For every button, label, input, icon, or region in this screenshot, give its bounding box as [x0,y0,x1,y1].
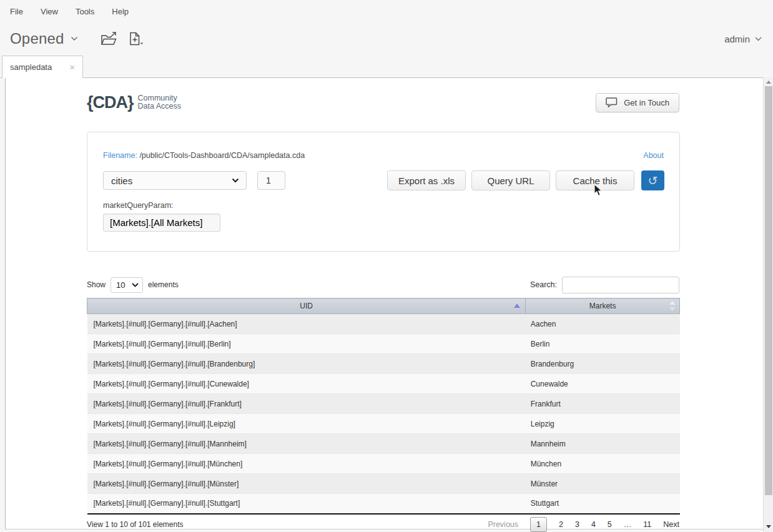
table-row: [Markets].[#null].[Germany].[#null].[Cun… [87,374,680,394]
column-header-uid[interactable]: UID [87,298,526,314]
menu-item-tools[interactable]: Tools [76,7,94,16]
cell-market: Mannheim [526,434,680,454]
table-row: [Markets].[#null].[Germany].[#null].[Lei… [87,414,680,434]
sort-up-icon [669,301,676,305]
about-link[interactable]: About [643,151,664,160]
chevron-down-icon [755,37,762,41]
pagination-page-4[interactable]: 4 [591,520,596,529]
get-in-touch-label: Get in Touch [624,98,669,107]
refresh-icon: ↺ [648,174,658,187]
tab-label: sampledata [10,62,52,72]
show-label: Show [87,280,106,289]
scrollbar-thumb[interactable] [765,86,772,495]
page-length-select[interactable]: 10 [111,277,143,293]
table-info: View 1 to 10 of 101 elements [87,520,184,529]
scroll-up-icon[interactable] [766,81,771,84]
logo-tagline-2: Data Access [138,102,181,111]
table-row: [Markets].[#null].[Germany].[#null].[Fra… [87,394,680,414]
opened-label: Opened [10,30,64,47]
vertical-scrollbar [763,77,773,532]
pagination-page-11[interactable]: 11 [643,520,651,529]
export-xls-button[interactable]: Export as .xls [387,170,466,190]
cell-uid: [Markets].[#null].[Germany].[#null].[Stu… [87,494,526,514]
cell-uid: [Markets].[#null].[Germany].[#null].[Fra… [87,394,526,414]
table-row: [Markets].[#null].[Germany].[#null].[Man… [87,434,680,454]
filename-value: /public/CTools-Dashboard/CDA/sampledata.… [139,151,305,160]
pagination-page-1[interactable]: 1 [530,517,547,532]
sort-down-icon [669,307,676,311]
search-label: Search: [530,280,557,289]
table-row: [Markets].[#null].[Germany].[#null].[Stu… [87,494,680,514]
tab-sampledata[interactable]: sampledata × [2,56,83,78]
elements-label: elements [148,280,179,289]
column-header-markets[interactable]: Markets [526,298,680,314]
pagination: Previous 12345…11 Next [488,517,679,532]
pagination-previous[interactable]: Previous [488,520,518,529]
cell-uid: [Markets].[#null].[Germany].[#null].[Bra… [87,354,526,374]
table-row: [Markets].[#null].[Germany].[#null].[Ber… [87,334,680,354]
menu-item-view[interactable]: View [41,7,58,16]
query-url-button[interactable]: Query URL [471,170,550,190]
speech-bubble-icon [606,97,618,107]
logo-mark: {CDA} [87,93,134,112]
opened-dropdown[interactable]: Opened [10,30,78,47]
chevron-down-icon [232,178,239,183]
cell-market: München [526,454,680,474]
pagination-page-2[interactable]: 2 [559,520,563,529]
new-file-icon[interactable] [129,31,144,46]
scroll-down-icon[interactable] [766,525,771,528]
cell-market: Münster [526,474,680,494]
chevron-down-icon [132,283,139,287]
cell-market: Berlin [526,334,680,354]
user-menu[interactable]: admin [724,34,762,44]
close-icon[interactable]: × [69,62,75,72]
cache-this-button[interactable]: Cache this [556,170,634,190]
menu-item-help[interactable]: Help [112,7,129,16]
chevron-down-icon [71,36,78,41]
cda-previewer: {CDA} Community Data Access Get in Touch… [5,77,763,530]
pagination-next[interactable]: Next [663,520,679,529]
cell-market: Leipzig [526,414,680,434]
market-query-param-input[interactable] [103,214,220,232]
cell-market: Stuttgart [526,494,680,514]
filename-label: Filename: [103,151,137,160]
user-label: admin [724,34,750,44]
cell-market: Cunewalde [526,374,680,394]
table-footer: View 1 to 10 of 101 elements Previous 12… [87,515,679,532]
sort-asc-icon [514,303,520,308]
pagination-ellipsis: … [624,520,632,529]
market-query-param-label: marketQueryParam: [103,201,174,210]
table-row: [Markets].[#null].[Germany].[#null].[Mün… [87,454,680,474]
get-in-touch-button[interactable]: Get in Touch [596,93,679,112]
menu-item-file[interactable]: File [10,7,23,16]
table-row: [Markets].[#null].[Germany].[#null].[Mün… [87,474,680,494]
pagination-page-3[interactable]: 3 [575,520,579,529]
cell-uid: [Markets].[#null].[Germany].[#null].[Man… [87,434,526,454]
cell-uid: [Markets].[#null].[Germany].[#null].[Lei… [87,414,526,434]
menu-bar: File View Tools Help [0,0,773,22]
cda-logo: {CDA} Community Data Access [87,93,181,112]
cell-uid: [Markets].[#null].[Germany].[#null].[Mün… [87,454,526,474]
data-access-select-value: cities [104,175,132,186]
search-input[interactable] [562,277,679,293]
table-row: [Markets].[#null].[Germany].[#null].[Aac… [87,314,680,334]
cell-uid: [Markets].[#null].[Germany].[#null].[Cun… [87,374,526,394]
cell-market: Brandenburg [526,354,680,374]
pagination-pages: 12345…11 [530,517,651,532]
logo-tagline-1: Community [138,94,177,102]
cell-uid: [Markets].[#null].[Germany].[#null].[Mün… [87,474,526,494]
cell-market: Aachen [526,314,680,334]
cell-uid: [Markets].[#null].[Germany].[#null].[Ber… [87,334,526,354]
page-length-value: 10 [111,280,125,290]
pagination-page-5[interactable]: 5 [608,520,612,529]
app-window: File View Tools Help Opened admin [0,0,773,532]
toolbar: Opened admin [0,22,773,55]
data-access-select[interactable]: cities [103,171,247,190]
table-row: [Markets].[#null].[Germany].[#null].[Bra… [87,354,680,374]
refresh-button[interactable]: ↺ [641,170,664,190]
open-file-icon[interactable] [101,31,117,46]
results-table: UID Markets [Markets].[#null].[Germany].… [87,298,680,515]
table-controls: Show 10 elements Search: [87,275,679,294]
tab-strip: sampledata × [0,55,773,78]
page-number-input[interactable] [257,171,285,190]
